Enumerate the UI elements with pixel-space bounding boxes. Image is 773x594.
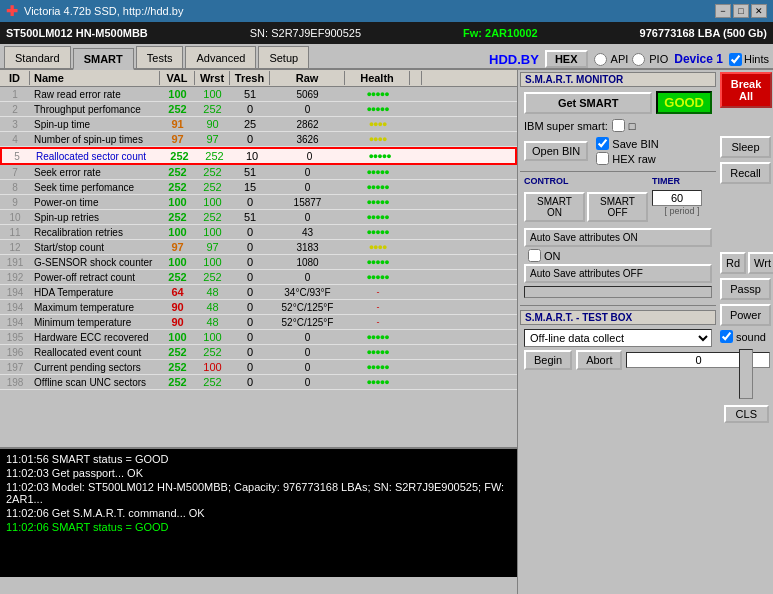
table-row[interactable]: 196 Reallocated event count 252 252 0 0 …: [0, 345, 517, 360]
pio-radio[interactable]: [632, 53, 645, 66]
td-tresh: 0: [230, 285, 270, 299]
table-row[interactable]: 192 Power-off retract count 252 252 0 0 …: [0, 270, 517, 285]
slider-indicator[interactable]: [524, 286, 712, 298]
divider-1: [520, 171, 716, 172]
hints-checkbox[interactable]: [729, 53, 742, 66]
hex-raw-checkbox[interactable]: [596, 152, 609, 165]
smart-table[interactable]: 1 Raw read error rate 100 100 51 5069 ●●…: [0, 87, 517, 447]
timer-label: TIMER: [652, 176, 712, 186]
td-val: 100: [160, 255, 195, 269]
timer-input[interactable]: [652, 190, 702, 206]
table-row[interactable]: 4 Number of spin-up times 97 97 0 3626 ●…: [0, 132, 517, 147]
save-bin-checkbox[interactable]: [596, 137, 609, 150]
tab-smart[interactable]: SMART: [73, 48, 134, 70]
log-line: 11:02:06 SMART status = GOOD: [6, 520, 511, 534]
td-health: ●●●●: [345, 133, 410, 145]
abort-button[interactable]: Abort: [576, 350, 622, 370]
smart-off-button[interactable]: SMART OFF: [587, 192, 648, 222]
table-row[interactable]: 195 Hardware ECC recovered 100 100 0 0 ●…: [0, 330, 517, 345]
td-name: Power-off retract count: [30, 271, 160, 284]
minimize-button[interactable]: −: [715, 4, 731, 18]
td-tresh: 0: [230, 360, 270, 374]
recall-button[interactable]: Recall: [720, 162, 771, 184]
sound-checkbox[interactable]: [720, 330, 733, 343]
table-row[interactable]: 8 Seek time perfomance 252 252 15 0 ●●●●…: [0, 180, 517, 195]
cls-button[interactable]: CLS: [724, 405, 769, 423]
td-id: 5: [2, 150, 32, 163]
table-row[interactable]: 12 Start/stop count 97 97 0 3183 ●●●●: [0, 240, 517, 255]
power-button[interactable]: Power: [720, 304, 771, 326]
td-raw: 43: [270, 226, 345, 239]
table-row[interactable]: 9 Power-on time 100 100 0 15877 ●●●●●: [0, 195, 517, 210]
hex-button[interactable]: HEX: [545, 50, 588, 68]
ibm-checkbox[interactable]: [612, 119, 625, 132]
smart-on-button[interactable]: SMART ON: [524, 192, 585, 222]
api-radio[interactable]: [594, 53, 607, 66]
table-row[interactable]: 3 Spin-up time 91 90 25 2862 ●●●●: [0, 117, 517, 132]
table-row[interactable]: 194 Minimum temperature 90 48 0 52°C/125…: [0, 315, 517, 330]
auto-save-off-button[interactable]: Auto Save attributes OFF: [524, 264, 712, 283]
td-health: ●●●●●: [345, 88, 410, 100]
save-bin-label: Save BIN: [612, 138, 658, 150]
open-bin-button[interactable]: Open BIN: [524, 141, 588, 161]
td-raw: 0: [272, 150, 347, 163]
td-name: Raw read error rate: [30, 88, 160, 101]
td-wrst: 48: [195, 300, 230, 314]
log-panel: 11:01:56 SMART status = GOOD11:02:03 Get…: [0, 447, 517, 577]
table-row[interactable]: 194 HDA Temperature 64 48 0 34°C/93°F -: [0, 285, 517, 300]
auto-save-on-button[interactable]: Auto Save attributes ON: [524, 228, 712, 247]
td-name: Throughput perfomance: [30, 103, 160, 116]
td-health: -: [345, 316, 410, 328]
table-row[interactable]: 7 Seek error rate 252 252 51 0 ●●●●●: [0, 165, 517, 180]
on-checkbox[interactable]: [528, 249, 541, 262]
test-type-select[interactable]: Off-line data collect Short self-test Ex…: [524, 329, 712, 347]
td-id: 12: [0, 241, 30, 254]
tab-tests[interactable]: Tests: [136, 46, 184, 68]
close-button[interactable]: ✕: [751, 4, 767, 18]
rd-button[interactable]: Rd: [720, 252, 746, 274]
td-val: 252: [160, 270, 195, 284]
test-section: Off-line data collect Short self-test Ex…: [520, 327, 716, 372]
tab-bar: Standard SMART Tests Advanced Setup HDD.…: [0, 44, 773, 70]
tab-standard[interactable]: Standard: [4, 46, 71, 68]
get-smart-button[interactable]: Get SMART: [524, 92, 652, 114]
break-all-button[interactable]: Break All: [720, 72, 772, 108]
td-name: Recalibration retries: [30, 226, 160, 239]
table-row[interactable]: 197 Current pending sectors 252 100 0 0 …: [0, 360, 517, 375]
period-label: [ period ]: [652, 206, 712, 216]
th-id: ID: [0, 71, 30, 85]
passp-button[interactable]: Passp: [720, 278, 771, 300]
td-val: 100: [160, 330, 195, 344]
td-id: 195: [0, 331, 30, 344]
th-val: VAL: [160, 71, 195, 85]
vertical-slider[interactable]: [739, 349, 753, 399]
good-badge: GOOD: [656, 91, 712, 114]
td-wrst: 97: [195, 240, 230, 254]
timer-section: [ period ]: [652, 190, 712, 222]
td-health: ●●●●: [345, 241, 410, 253]
table-row[interactable]: 191 G-SENSOR shock counter 100 100 0 108…: [0, 255, 517, 270]
table-row[interactable]: 194 Maximum temperature 90 48 0 52°C/125…: [0, 300, 517, 315]
td-id: 7: [0, 166, 30, 179]
wrt-button[interactable]: Wrt: [748, 252, 773, 274]
td-wrst: 48: [195, 315, 230, 329]
table-row[interactable]: 5 Reallocated sector count 252 252 10 0 …: [0, 147, 517, 165]
table-row[interactable]: 1 Raw read error rate 100 100 51 5069 ●●…: [0, 87, 517, 102]
title-bar: ✚ Victoria 4.72b SSD, http://hdd.by − □ …: [0, 0, 773, 22]
table-row[interactable]: 2 Throughput perfomance 252 252 0 0 ●●●●…: [0, 102, 517, 117]
td-health: -: [345, 301, 410, 313]
table-row[interactable]: 198 Offline scan UNC sectors 252 252 0 0…: [0, 375, 517, 390]
rd-wrt-row: Rd Wrt: [720, 252, 771, 274]
tab-advanced[interactable]: Advanced: [185, 46, 256, 68]
cls-area: CLS: [720, 405, 771, 423]
tab-setup[interactable]: Setup: [258, 46, 309, 68]
begin-button[interactable]: Begin: [524, 350, 572, 370]
log-line: 11:02:06 Get S.M.A.R.T. command... OK: [6, 506, 511, 520]
sleep-button[interactable]: Sleep: [720, 136, 771, 158]
td-id: 1: [0, 88, 30, 101]
table-row[interactable]: 10 Spin-up retries 252 252 51 0 ●●●●●: [0, 210, 517, 225]
td-name: Spin-up time: [30, 118, 160, 131]
table-row[interactable]: 11 Recalibration retries 100 100 0 43 ●●…: [0, 225, 517, 240]
td-name: G-SENSOR shock counter: [30, 256, 160, 269]
maximize-button[interactable]: □: [733, 4, 749, 18]
